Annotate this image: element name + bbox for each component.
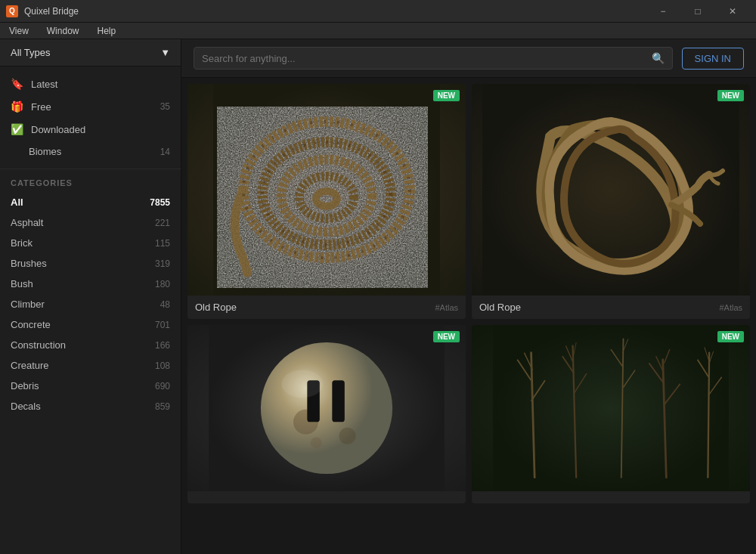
window-controls: − □ ✕ [646,0,750,23]
category-brushes[interactable]: Brushes 319 [0,253,181,274]
search-input[interactable] [202,53,652,64]
new-badge: NEW [433,90,460,101]
category-count: 115 [155,238,170,249]
svg-rect-15 [332,380,345,422]
grid-item-tag: #Atlas [719,303,742,312]
category-decals[interactable]: Decals 859 [0,396,181,416]
category-concrete[interactable]: Concrete 701 [0,314,181,335]
main-content: 🔍 SIGN IN [181,39,756,554]
category-label: Bush [11,278,33,289]
grid-item-title: Old Rope [195,302,237,313]
grid-item-image [472,325,750,491]
sidebar-item-label: Latest [31,79,57,90]
sidebar-item-latest[interactable]: 🔖 Latest [0,73,181,95]
bookmark-icon: 🔖 [11,78,23,90]
app-logo: Q [6,5,18,17]
category-creature[interactable]: Creature 108 [0,355,181,376]
category-label: Concrete [11,319,51,330]
search-icon: 🔍 [652,52,665,64]
grid-item-toaster[interactable]: NEW [187,325,466,503]
category-label: Decals [11,401,41,412]
category-construction[interactable]: Construction 166 [0,335,181,355]
sidebar-item-label: Biomes [29,146,61,157]
top-bar: 🔍 SIGN IN [181,39,756,78]
grid-item-info [187,491,466,503]
minimize-button[interactable]: − [646,0,680,23]
type-dropdown-label: All Types [11,47,51,58]
sidebar-item-biomes[interactable]: Biomes 14 [0,141,181,162]
close-button[interactable]: ✕ [715,0,750,23]
category-asphalt[interactable]: Asphalt 221 [0,212,181,233]
category-label: Construction [11,339,66,351]
category-count: 7855 [150,197,170,208]
svg-point-16 [281,370,323,398]
grid-item-tag: #Atlas [435,303,458,312]
category-count: 690 [155,381,170,392]
new-badge: NEW [433,331,460,342]
sidebar: All Types ▼ 🔖 Latest 🎁 Free 35 ✅ Downloa… [0,39,181,554]
grid-item-rope1[interactable]: NEW Old Rope #Atlas [187,84,466,319]
new-badge: NEW [717,90,744,101]
categories-section: CATEGORIES All 7855 Asphalt 221 Brick 11… [0,169,181,416]
category-count: 108 [155,361,170,371]
content-grid: NEW Old Rope #Atlas [181,78,756,554]
category-count: 180 [155,279,170,289]
sidebar-nav-section: 🔖 Latest 🎁 Free 35 ✅ Downloaded Biomes 1… [0,67,181,169]
category-count: 221 [155,218,170,228]
category-label: Debris [11,380,39,392]
sign-in-button[interactable]: SIGN IN [682,48,744,70]
category-label: All [11,197,23,208]
new-badge: NEW [717,331,744,342]
grid-item-image [472,84,750,296]
grid-item-branches[interactable]: NEW [472,325,750,503]
sidebar-item-label: Free [31,101,51,113]
category-label: Climber [11,299,45,310]
app-body: All Types ▼ 🔖 Latest 🎁 Free 35 ✅ Downloa… [0,39,756,554]
search-bar[interactable]: 🔍 [194,47,673,70]
title-bar: Q Quixel Bridge − □ ✕ [0,0,756,23]
svg-point-10 [261,342,392,474]
sidebar-item-free[interactable]: 🎁 Free 35 [0,95,181,118]
menu-view[interactable]: View [6,24,32,38]
category-count: 319 [155,258,170,269]
type-dropdown[interactable]: All Types ▼ [0,39,181,67]
category-label: Creature [11,360,49,371]
category-label: Asphalt [11,217,43,228]
grid-item-image [187,84,466,296]
maximize-button[interactable]: □ [680,0,715,23]
chevron-down-icon: ▼ [160,47,170,58]
sidebar-item-downloaded[interactable]: ✅ Downloaded [0,118,181,141]
svg-point-12 [339,428,356,444]
category-count: 166 [155,340,170,351]
category-count: 701 [155,320,170,330]
sidebar-item-label: Downloaded [31,124,85,135]
category-climber[interactable]: Climber 48 [0,294,181,314]
category-bush[interactable]: Bush 180 [0,274,181,294]
menu-help[interactable]: Help [94,24,119,38]
category-count: 859 [155,401,170,412]
grid-item-image [187,325,466,491]
free-count: 35 [160,101,170,112]
grid-item-info: Old Rope #Atlas [472,296,750,319]
biomes-count: 14 [160,147,170,157]
grid-item-info: Old Rope #Atlas [187,296,466,319]
menu-bar: View Window Help [0,23,756,39]
category-count: 48 [160,299,170,310]
categories-header: CATEGORIES [0,169,181,192]
grid-item-info [472,491,750,503]
category-debris[interactable]: Debris 690 [0,376,181,396]
app-title: Quixel Bridge [24,6,79,17]
menu-window[interactable]: Window [44,24,82,38]
category-label: Brick [11,237,33,249]
grid-item-title: Old Rope [479,302,521,313]
svg-point-13 [311,438,322,449]
grid-item-rope2[interactable]: NEW Old Rope #Atlas [472,84,750,319]
gift-icon: 🎁 [11,101,23,113]
check-circle-icon: ✅ [11,123,23,135]
title-bar-left: Q Quixel Bridge [6,5,79,17]
category-label: Brushes [11,258,47,269]
category-brick[interactable]: Brick 115 [0,233,181,253]
category-all[interactable]: All 7855 [0,192,181,212]
